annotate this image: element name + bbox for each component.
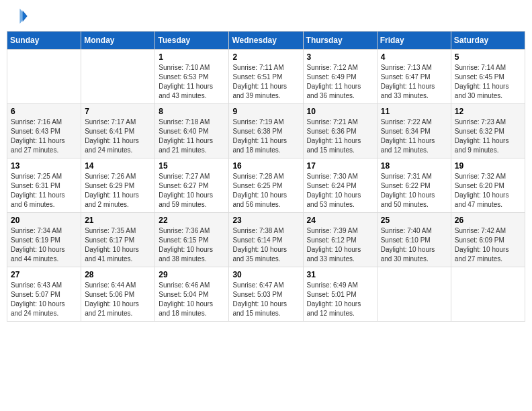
day-header-saturday: Saturday xyxy=(451,32,525,50)
cell-detail: Sunrise: 6:47 AM Sunset: 5:03 PM Dayligh… xyxy=(232,281,299,318)
day-number: 23 xyxy=(232,216,299,225)
calendar-week-row: 13Sunrise: 7:25 AM Sunset: 6:31 PM Dayli… xyxy=(7,158,525,213)
cell-detail: Sunrise: 7:39 AM Sunset: 6:12 PM Dayligh… xyxy=(307,226,373,264)
day-number: 5 xyxy=(455,52,521,62)
calendar-cell: 10Sunrise: 7:21 AM Sunset: 6:36 PM Dayli… xyxy=(303,104,377,158)
cell-detail: Sunrise: 7:25 AM Sunset: 6:31 PM Dayligh… xyxy=(11,172,77,210)
calendar-cell: 23Sunrise: 7:38 AM Sunset: 6:14 PM Dayli… xyxy=(229,213,303,267)
calendar-cell: 19Sunrise: 7:32 AM Sunset: 6:20 PM Dayli… xyxy=(451,158,525,213)
calendar-cell: 21Sunrise: 7:35 AM Sunset: 6:17 PM Dayli… xyxy=(81,213,155,267)
calendar-cell: 20Sunrise: 7:34 AM Sunset: 6:19 PM Dayli… xyxy=(7,213,81,267)
cell-detail: Sunrise: 7:36 AM Sunset: 6:15 PM Dayligh… xyxy=(159,226,225,264)
calendar-cell: 8Sunrise: 7:18 AM Sunset: 6:40 PM Daylig… xyxy=(155,104,229,158)
calendar-cell xyxy=(81,50,155,104)
cell-detail: Sunrise: 7:19 AM Sunset: 6:38 PM Dayligh… xyxy=(232,118,299,155)
cell-detail: Sunrise: 7:31 AM Sunset: 6:22 PM Dayligh… xyxy=(381,172,447,210)
cell-detail: Sunrise: 6:44 AM Sunset: 5:06 PM Dayligh… xyxy=(85,281,151,318)
calendar-cell: 16Sunrise: 7:28 AM Sunset: 6:25 PM Dayli… xyxy=(229,158,303,213)
day-number: 16 xyxy=(232,161,299,171)
calendar-cell: 12Sunrise: 7:23 AM Sunset: 6:32 PM Dayli… xyxy=(451,104,525,158)
day-number: 13 xyxy=(11,161,77,171)
cell-detail: Sunrise: 7:32 AM Sunset: 6:20 PM Dayligh… xyxy=(455,172,521,210)
day-number: 29 xyxy=(159,270,225,279)
calendar-cell: 24Sunrise: 7:39 AM Sunset: 6:12 PM Dayli… xyxy=(303,213,377,267)
day-header-friday: Friday xyxy=(377,32,451,50)
day-number: 3 xyxy=(307,52,373,62)
cell-detail: Sunrise: 6:43 AM Sunset: 5:07 PM Dayligh… xyxy=(11,281,77,318)
calendar-cell: 14Sunrise: 7:26 AM Sunset: 6:29 PM Dayli… xyxy=(81,158,155,213)
day-number: 17 xyxy=(307,161,373,171)
day-number: 30 xyxy=(232,270,299,279)
cell-detail: Sunrise: 7:27 AM Sunset: 6:27 PM Dayligh… xyxy=(159,172,225,210)
calendar-week-row: 1Sunrise: 7:10 AM Sunset: 6:53 PM Daylig… xyxy=(7,50,525,104)
logo-icon xyxy=(9,7,28,26)
cell-detail: Sunrise: 7:16 AM Sunset: 6:43 PM Dayligh… xyxy=(11,118,77,155)
calendar-cell: 29Sunrise: 6:46 AM Sunset: 5:04 PM Dayli… xyxy=(155,267,229,322)
day-number: 1 xyxy=(159,52,225,62)
calendar-cell: 1Sunrise: 7:10 AM Sunset: 6:53 PM Daylig… xyxy=(155,50,229,104)
day-number: 21 xyxy=(85,216,151,225)
cell-detail: Sunrise: 7:30 AM Sunset: 6:24 PM Dayligh… xyxy=(307,172,373,210)
day-number: 12 xyxy=(455,107,521,116)
day-header-sunday: Sunday xyxy=(7,32,81,50)
calendar-cell: 4Sunrise: 7:13 AM Sunset: 6:47 PM Daylig… xyxy=(377,50,451,104)
calendar-cell: 6Sunrise: 7:16 AM Sunset: 6:43 PM Daylig… xyxy=(7,104,81,158)
day-number: 2 xyxy=(232,52,299,62)
calendar-cell: 31Sunrise: 6:49 AM Sunset: 5:01 PM Dayli… xyxy=(303,267,377,322)
logo xyxy=(9,7,30,26)
day-number: 28 xyxy=(85,270,151,279)
day-number: 15 xyxy=(159,161,225,171)
svg-marker-1 xyxy=(19,9,26,24)
calendar-body: 1Sunrise: 7:10 AM Sunset: 6:53 PM Daylig… xyxy=(7,50,525,322)
calendar-cell: 22Sunrise: 7:36 AM Sunset: 6:15 PM Dayli… xyxy=(155,213,229,267)
calendar-week-row: 6Sunrise: 7:16 AM Sunset: 6:43 PM Daylig… xyxy=(7,104,525,158)
cell-detail: Sunrise: 7:11 AM Sunset: 6:51 PM Dayligh… xyxy=(232,63,299,101)
calendar-cell: 5Sunrise: 7:14 AM Sunset: 6:45 PM Daylig… xyxy=(451,50,525,104)
cell-detail: Sunrise: 6:49 AM Sunset: 5:01 PM Dayligh… xyxy=(307,281,373,318)
calendar-cell: 30Sunrise: 6:47 AM Sunset: 5:03 PM Dayli… xyxy=(229,267,303,322)
cell-detail: Sunrise: 7:10 AM Sunset: 6:53 PM Dayligh… xyxy=(159,63,225,101)
calendar-cell xyxy=(451,267,525,322)
cell-detail: Sunrise: 7:28 AM Sunset: 6:25 PM Dayligh… xyxy=(232,172,299,210)
calendar-cell: 28Sunrise: 6:44 AM Sunset: 5:06 PM Dayli… xyxy=(81,267,155,322)
calendar-week-row: 27Sunrise: 6:43 AM Sunset: 5:07 PM Dayli… xyxy=(7,267,525,322)
cell-detail: Sunrise: 7:18 AM Sunset: 6:40 PM Dayligh… xyxy=(159,118,225,155)
cell-detail: Sunrise: 7:22 AM Sunset: 6:34 PM Dayligh… xyxy=(381,118,447,155)
calendar-cell xyxy=(7,50,81,104)
calendar-cell: 26Sunrise: 7:42 AM Sunset: 6:09 PM Dayli… xyxy=(451,213,525,267)
day-number: 14 xyxy=(85,161,151,171)
day-header-thursday: Thursday xyxy=(303,32,377,50)
cell-detail: Sunrise: 7:12 AM Sunset: 6:49 PM Dayligh… xyxy=(307,63,373,101)
calendar-cell: 13Sunrise: 7:25 AM Sunset: 6:31 PM Dayli… xyxy=(7,158,81,213)
calendar-table: SundayMondayTuesdayWednesdayThursdayFrid… xyxy=(7,31,525,322)
calendar-cell: 27Sunrise: 6:43 AM Sunset: 5:07 PM Dayli… xyxy=(7,267,81,322)
day-number: 7 xyxy=(85,107,151,116)
day-number: 18 xyxy=(381,161,447,171)
day-number: 9 xyxy=(232,107,299,116)
calendar-cell: 3Sunrise: 7:12 AM Sunset: 6:49 PM Daylig… xyxy=(303,50,377,104)
day-number: 10 xyxy=(307,107,373,116)
cell-detail: Sunrise: 7:38 AM Sunset: 6:14 PM Dayligh… xyxy=(232,226,299,264)
cell-detail: Sunrise: 7:26 AM Sunset: 6:29 PM Dayligh… xyxy=(85,172,151,210)
cell-detail: Sunrise: 7:13 AM Sunset: 6:47 PM Dayligh… xyxy=(381,63,447,101)
calendar-cell xyxy=(377,267,451,322)
day-number: 27 xyxy=(11,270,77,279)
day-number: 4 xyxy=(381,52,447,62)
calendar-week-row: 20Sunrise: 7:34 AM Sunset: 6:19 PM Dayli… xyxy=(7,213,525,267)
day-number: 8 xyxy=(159,107,225,116)
calendar-cell: 18Sunrise: 7:31 AM Sunset: 6:22 PM Dayli… xyxy=(377,158,451,213)
calendar-cell: 25Sunrise: 7:40 AM Sunset: 6:10 PM Dayli… xyxy=(377,213,451,267)
calendar-cell: 17Sunrise: 7:30 AM Sunset: 6:24 PM Dayli… xyxy=(303,158,377,213)
calendar-cell: 7Sunrise: 7:17 AM Sunset: 6:41 PM Daylig… xyxy=(81,104,155,158)
calendar-header-row: SundayMondayTuesdayWednesdayThursdayFrid… xyxy=(7,32,525,50)
cell-detail: Sunrise: 7:17 AM Sunset: 6:41 PM Dayligh… xyxy=(85,118,151,155)
cell-detail: Sunrise: 7:40 AM Sunset: 6:10 PM Dayligh… xyxy=(381,226,447,264)
day-header-monday: Monday xyxy=(81,32,155,50)
cell-detail: Sunrise: 7:35 AM Sunset: 6:17 PM Dayligh… xyxy=(85,226,151,264)
day-header-wednesday: Wednesday xyxy=(229,32,303,50)
cell-detail: Sunrise: 7:14 AM Sunset: 6:45 PM Dayligh… xyxy=(455,63,521,101)
day-number: 11 xyxy=(381,107,447,116)
day-number: 31 xyxy=(307,270,373,279)
cell-detail: Sunrise: 7:34 AM Sunset: 6:19 PM Dayligh… xyxy=(11,226,77,264)
day-number: 6 xyxy=(11,107,77,116)
